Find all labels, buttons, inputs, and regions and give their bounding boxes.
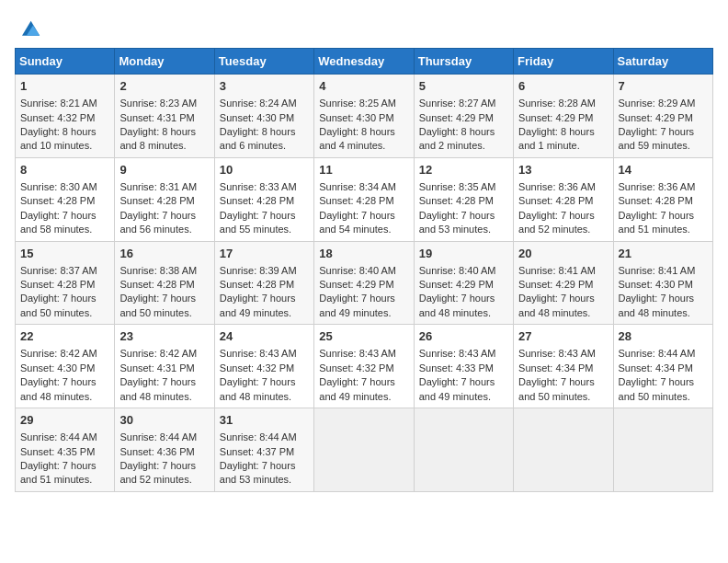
day-number: 26 xyxy=(419,328,508,345)
calendar-cell: 27 Sunrise: 8:43 AM Sunset: 4:34 PM Dayl… xyxy=(514,325,613,408)
day-number: 27 xyxy=(518,328,608,345)
daylight-label: Daylight: 7 hours and 48 minutes. xyxy=(419,293,495,317)
day-number: 18 xyxy=(319,246,408,262)
calendar-cell xyxy=(514,408,613,492)
day-number: 30 xyxy=(119,412,209,429)
sunrise-label: Sunrise: 8:42 AM xyxy=(20,348,97,359)
calendar-cell: 21 Sunrise: 8:41 AM Sunset: 4:30 PM Dayl… xyxy=(613,241,712,325)
sunset-label: Sunset: 4:29 PM xyxy=(518,279,593,290)
daylight-label: Daylight: 7 hours and 54 minutes. xyxy=(319,210,395,235)
day-number: 2 xyxy=(119,78,209,95)
day-number: 17 xyxy=(220,246,309,262)
calendar-cell: 22 Sunrise: 8:42 AM Sunset: 4:30 PM Dayl… xyxy=(16,325,115,408)
sunrise-label: Sunrise: 8:43 AM xyxy=(518,348,596,359)
sunrise-label: Sunrise: 8:21 AM xyxy=(20,98,97,109)
calendar-cell: 28 Sunrise: 8:44 AM Sunset: 4:34 PM Dayl… xyxy=(613,325,712,408)
calendar-cell: 17 Sunrise: 8:39 AM Sunset: 4:28 PM Dayl… xyxy=(214,241,313,325)
sunrise-label: Sunrise: 8:23 AM xyxy=(119,98,197,109)
calendar-cell xyxy=(613,408,712,492)
daylight-label: Daylight: 7 hours and 50 minutes. xyxy=(619,376,695,401)
daylight-label: Daylight: 7 hours and 50 minutes. xyxy=(119,293,196,317)
daylight-label: Daylight: 7 hours and 51 minutes. xyxy=(20,460,97,485)
daylight-label: Daylight: 7 hours and 59 minutes. xyxy=(619,126,695,151)
column-header-saturday: Saturday xyxy=(613,49,712,75)
day-number: 13 xyxy=(518,162,608,178)
calendar-cell: 10 Sunrise: 8:33 AM Sunset: 4:28 PM Dayl… xyxy=(214,157,313,241)
calendar-week-2: 8 Sunrise: 8:30 AM Sunset: 4:28 PM Dayli… xyxy=(16,157,713,241)
daylight-label: Daylight: 7 hours and 48 minutes. xyxy=(619,293,695,317)
sunrise-label: Sunrise: 8:42 AM xyxy=(119,348,197,359)
column-header-friday: Friday xyxy=(514,49,613,75)
calendar-cell: 30 Sunrise: 8:44 AM Sunset: 4:36 PM Dayl… xyxy=(115,408,214,492)
sunrise-label: Sunrise: 8:31 AM xyxy=(119,181,197,192)
daylight-label: Daylight: 7 hours and 49 minutes. xyxy=(419,376,495,401)
day-number: 28 xyxy=(619,328,708,345)
page-header xyxy=(15,15,713,40)
calendar-cell: 14 Sunrise: 8:36 AM Sunset: 4:28 PM Dayl… xyxy=(613,157,712,241)
sunset-label: Sunset: 4:29 PM xyxy=(419,112,494,123)
day-number: 16 xyxy=(119,246,209,262)
daylight-label: Daylight: 7 hours and 50 minutes. xyxy=(20,293,97,317)
calendar-cell: 5 Sunrise: 8:27 AM Sunset: 4:29 PM Dayli… xyxy=(414,75,513,158)
calendar-cell xyxy=(314,408,414,492)
column-header-thursday: Thursday xyxy=(414,49,513,75)
sunrise-label: Sunrise: 8:44 AM xyxy=(119,431,197,442)
daylight-label: Daylight: 8 hours and 10 minutes. xyxy=(20,126,97,151)
sunset-label: Sunset: 4:28 PM xyxy=(319,195,393,206)
sunset-label: Sunset: 4:28 PM xyxy=(220,195,294,206)
sunset-label: Sunset: 4:28 PM xyxy=(119,195,194,206)
day-number: 9 xyxy=(119,162,209,178)
calendar-cell: 7 Sunrise: 8:29 AM Sunset: 4:29 PM Dayli… xyxy=(613,75,712,158)
daylight-label: Daylight: 8 hours and 1 minute. xyxy=(518,126,595,151)
sunset-label: Sunset: 4:28 PM xyxy=(619,195,693,206)
sunrise-label: Sunrise: 8:40 AM xyxy=(319,265,396,276)
day-number: 20 xyxy=(518,246,608,262)
calendar-cell: 16 Sunrise: 8:38 AM Sunset: 4:28 PM Dayl… xyxy=(115,241,214,325)
calendar-cell: 9 Sunrise: 8:31 AM Sunset: 4:28 PM Dayli… xyxy=(115,157,214,241)
calendar-cell: 12 Sunrise: 8:35 AM Sunset: 4:28 PM Dayl… xyxy=(414,157,513,241)
day-number: 19 xyxy=(419,246,508,262)
column-header-sunday: Sunday xyxy=(16,49,115,75)
calendar-cell: 2 Sunrise: 8:23 AM Sunset: 4:31 PM Dayli… xyxy=(115,75,214,158)
sunset-label: Sunset: 4:29 PM xyxy=(518,112,593,123)
column-header-tuesday: Tuesday xyxy=(214,49,313,75)
sunrise-label: Sunrise: 8:36 AM xyxy=(518,181,596,192)
calendar-cell: 25 Sunrise: 8:43 AM Sunset: 4:32 PM Dayl… xyxy=(314,325,414,408)
day-number: 23 xyxy=(119,328,209,345)
calendar-cell: 29 Sunrise: 8:44 AM Sunset: 4:35 PM Dayl… xyxy=(16,408,115,492)
day-number: 11 xyxy=(319,162,408,178)
sunrise-label: Sunrise: 8:44 AM xyxy=(619,348,696,359)
sunrise-label: Sunrise: 8:27 AM xyxy=(419,98,496,109)
day-number: 15 xyxy=(20,246,109,262)
day-number: 7 xyxy=(619,78,708,95)
calendar-cell: 8 Sunrise: 8:30 AM Sunset: 4:28 PM Dayli… xyxy=(16,157,115,241)
sunrise-label: Sunrise: 8:37 AM xyxy=(20,265,97,276)
day-number: 22 xyxy=(20,328,109,345)
daylight-label: Daylight: 7 hours and 48 minutes. xyxy=(518,293,595,317)
sunset-label: Sunset: 4:33 PM xyxy=(419,362,494,373)
day-number: 6 xyxy=(518,78,608,95)
sunset-label: Sunset: 4:37 PM xyxy=(220,446,294,457)
daylight-label: Daylight: 7 hours and 55 minutes. xyxy=(220,210,296,235)
day-number: 4 xyxy=(319,78,408,95)
sunrise-label: Sunrise: 8:28 AM xyxy=(518,98,596,109)
sunset-label: Sunset: 4:35 PM xyxy=(20,446,95,457)
sunset-label: Sunset: 4:34 PM xyxy=(518,362,593,373)
day-number: 5 xyxy=(419,78,508,95)
day-number: 24 xyxy=(220,328,309,345)
column-header-wednesday: Wednesday xyxy=(314,49,414,75)
sunrise-label: Sunrise: 8:41 AM xyxy=(619,265,696,276)
calendar-cell: 3 Sunrise: 8:24 AM Sunset: 4:30 PM Dayli… xyxy=(214,75,313,158)
sunrise-label: Sunrise: 8:44 AM xyxy=(20,431,97,442)
daylight-label: Daylight: 7 hours and 49 minutes. xyxy=(319,376,395,401)
sunrise-label: Sunrise: 8:39 AM xyxy=(220,265,297,276)
day-number: 3 xyxy=(220,78,309,95)
sunset-label: Sunset: 4:28 PM xyxy=(20,195,95,206)
day-number: 8 xyxy=(20,162,109,178)
daylight-label: Daylight: 7 hours and 48 minutes. xyxy=(220,376,296,401)
daylight-label: Daylight: 8 hours and 6 minutes. xyxy=(220,126,296,151)
calendar-cell: 24 Sunrise: 8:43 AM Sunset: 4:32 PM Dayl… xyxy=(214,325,313,408)
column-header-monday: Monday xyxy=(115,49,214,75)
daylight-label: Daylight: 7 hours and 49 minutes. xyxy=(220,293,296,317)
calendar-cell: 23 Sunrise: 8:42 AM Sunset: 4:31 PM Dayl… xyxy=(115,325,214,408)
